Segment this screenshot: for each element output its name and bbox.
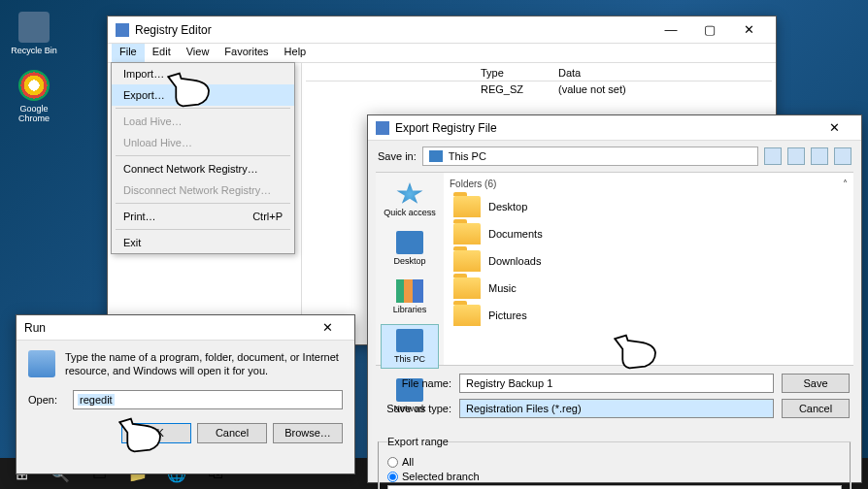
export-range-group: Export range All Selected branch HKEY_LO…: [378, 436, 851, 489]
folder-item[interactable]: Music: [450, 275, 848, 302]
export-registry-dialog: Export Registry File ✕ Save in: This PC …: [367, 114, 862, 483]
save-in-combo[interactable]: This PC: [422, 147, 758, 166]
menu-file[interactable]: File: [112, 44, 145, 62]
place-quick-access[interactable]: Quick access: [381, 179, 439, 221]
places-bar: Quick access Desktop Libraries This PC N…: [376, 173, 444, 365]
menu-view[interactable]: View: [179, 44, 217, 62]
list-cell-type: REG_SZ: [481, 83, 558, 95]
folder-icon: [453, 305, 481, 326]
maximize-button[interactable]: ▢: [690, 17, 729, 43]
desktop-icon-chrome[interactable]: Google Chrome: [10, 70, 58, 123]
menu-item-import[interactable]: Import…: [112, 63, 294, 84]
list-row[interactable]: REG_SZ (value not set): [306, 83, 772, 95]
window-title: Registry Editor: [135, 23, 651, 37]
savetype-label: Save as type:: [380, 403, 451, 414]
cancel-button[interactable]: Cancel: [197, 423, 267, 443]
save-in-label: Save in:: [378, 150, 417, 162]
desktop-icon-label: Recycle Bin: [10, 46, 58, 55]
save-in-value: This PC: [449, 150, 486, 162]
menu-item-print[interactable]: Print…Ctrl+P: [112, 206, 294, 227]
folder-icon: [453, 196, 481, 217]
filename-input[interactable]: Registry Backup 1: [459, 374, 774, 393]
menu-help[interactable]: Help: [277, 44, 315, 62]
up-icon[interactable]: [787, 147, 805, 165]
run-icon: [28, 350, 55, 377]
folders-header: Folders (6): [450, 179, 496, 189]
pc-icon: [396, 329, 423, 352]
newfolder-icon[interactable]: [811, 147, 828, 165]
view-icon[interactable]: [834, 147, 851, 165]
save-button[interactable]: Save: [782, 374, 850, 393]
folder-icon: [453, 250, 481, 272]
open-input[interactable]: regedit: [73, 390, 343, 409]
menu-edit[interactable]: Edit: [145, 44, 179, 62]
dialog-title: Export Registry File: [395, 121, 815, 135]
list-header-data: Data: [558, 67, 581, 79]
folder-item[interactable]: Documents: [450, 220, 848, 247]
menubar: File Edit View Favorites Help: [108, 44, 776, 63]
menu-item-unload-hive: Unload Hive…: [112, 132, 294, 153]
menu-item-connect[interactable]: Connect Network Registry…: [112, 158, 294, 179]
recycle-bin-icon: [18, 12, 50, 43]
run-dialog: Run ✕ Type the name of a program, folder…: [16, 314, 355, 474]
run-description: Type the name of a program, folder, docu…: [65, 350, 343, 378]
ok-button[interactable]: OK: [121, 423, 191, 443]
filename-label: File name:: [380, 377, 451, 389]
range-all-radio[interactable]: [387, 457, 398, 468]
chrome-icon: [18, 70, 50, 101]
folder-list[interactable]: Folders (6)˄ Desktop Documents Downloads…: [444, 173, 853, 365]
menu-favorites[interactable]: Favorites: [217, 44, 276, 62]
open-label: Open:: [28, 394, 65, 406]
place-desktop[interactable]: Desktop: [381, 227, 439, 270]
titlebar[interactable]: Registry Editor — ▢ ✕: [108, 16, 776, 44]
minimize-button[interactable]: —: [651, 17, 690, 43]
savetype-combo[interactable]: Registration Files (*.reg): [459, 399, 774, 418]
folder-item[interactable]: Pictures: [450, 302, 848, 329]
desktop-icon-recycle[interactable]: Recycle Bin: [10, 12, 58, 55]
folder-icon: [453, 223, 481, 244]
range-selected-radio[interactable]: [387, 472, 398, 482]
desktop-icon-label: Google Chrome: [10, 104, 58, 123]
regedit-icon: [376, 121, 389, 135]
menu-item-exit[interactable]: Exit: [112, 232, 294, 253]
export-range-title: Export range: [387, 436, 449, 447]
folder-item[interactable]: Desktop: [450, 193, 848, 220]
list-header-name: [306, 67, 481, 79]
list-header-type: Type: [481, 67, 558, 79]
dialog-title: Run: [24, 321, 308, 335]
pc-icon: [429, 150, 443, 162]
folder-icon: [453, 277, 481, 299]
branch-input[interactable]: HKEY_LOCAL_MACHINE: [387, 485, 842, 489]
regedit-icon: [116, 23, 129, 37]
browse-button[interactable]: Browse…: [273, 423, 343, 443]
desktop-icon: [396, 231, 423, 254]
menu-item-disconnect: Disconnect Network Registry…: [112, 179, 294, 201]
place-this-pc[interactable]: This PC: [381, 324, 439, 369]
libraries-icon: [396, 279, 423, 303]
menu-item-load-hive: Load Hive…: [112, 111, 294, 132]
back-icon[interactable]: [764, 147, 782, 165]
file-menu-dropdown: Import… Export… Load Hive… Unload Hive… …: [111, 62, 295, 254]
list-cell-data: (value not set): [558, 83, 626, 95]
place-libraries[interactable]: Libraries: [381, 276, 439, 318]
close-button[interactable]: ✕: [729, 17, 768, 43]
close-button[interactable]: ✕: [815, 115, 853, 141]
cancel-button[interactable]: Cancel: [782, 399, 850, 418]
close-button[interactable]: ✕: [308, 315, 347, 341]
menu-item-export[interactable]: Export…: [112, 84, 294, 106]
chevron-up-icon[interactable]: ˄: [843, 179, 848, 189]
folder-item[interactable]: Downloads: [450, 247, 848, 275]
star-icon: [396, 182, 423, 206]
